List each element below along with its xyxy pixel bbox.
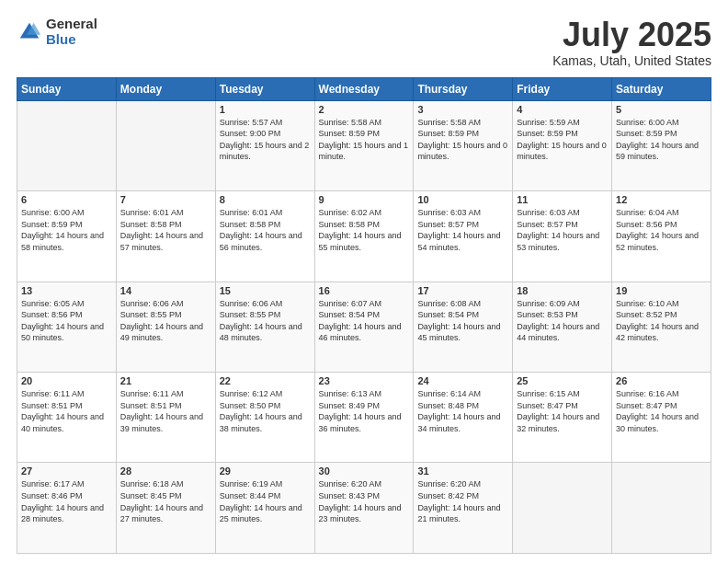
day-number: 15 [220, 285, 311, 296]
calendar-cell: 13Sunrise: 6:05 AM Sunset: 8:56 PM Dayli… [17, 282, 117, 372]
cell-content: Sunrise: 6:11 AM Sunset: 8:51 PM Dayligh… [21, 388, 112, 434]
day-header-tuesday: Tuesday [215, 77, 314, 100]
calendar-cell: 26Sunrise: 6:16 AM Sunset: 8:47 PM Dayli… [612, 373, 711, 463]
calendar-cell: 8Sunrise: 6:01 AM Sunset: 8:58 PM Daylig… [215, 191, 314, 282]
cell-content: Sunrise: 6:05 AM Sunset: 8:56 PM Dayligh… [21, 298, 112, 344]
cell-content: Sunrise: 6:02 AM Sunset: 8:58 PM Dayligh… [319, 207, 410, 253]
day-number: 14 [120, 285, 211, 296]
calendar-title: July 2025 [552, 17, 711, 53]
calendar-cell: 5Sunrise: 6:00 AM Sunset: 8:59 PM Daylig… [612, 100, 711, 190]
day-number: 9 [319, 194, 410, 205]
calendar-cell: 1Sunrise: 5:57 AM Sunset: 9:00 PM Daylig… [215, 100, 314, 190]
calendar-cell [612, 463, 711, 554]
day-number: 6 [21, 194, 112, 205]
cell-content: Sunrise: 6:11 AM Sunset: 8:51 PM Dayligh… [120, 388, 211, 434]
calendar-cell: 7Sunrise: 6:01 AM Sunset: 8:58 PM Daylig… [116, 191, 215, 282]
day-number: 27 [21, 465, 112, 477]
calendar-cell: 10Sunrise: 6:03 AM Sunset: 8:57 PM Dayli… [414, 191, 513, 282]
calendar-cell: 22Sunrise: 6:12 AM Sunset: 8:50 PM Dayli… [215, 373, 314, 463]
day-number: 8 [220, 194, 311, 205]
logo-text: General Blue [46, 17, 97, 47]
calendar-cell: 9Sunrise: 6:02 AM Sunset: 8:58 PM Daylig… [314, 191, 414, 282]
day-header-sunday: Sunday [17, 77, 117, 100]
logo: General Blue [17, 17, 97, 47]
day-number: 26 [616, 375, 707, 386]
cell-content: Sunrise: 6:09 AM Sunset: 8:53 PM Dayligh… [517, 298, 608, 344]
day-number: 2 [319, 104, 410, 115]
calendar-cell: 28Sunrise: 6:18 AM Sunset: 8:45 PM Dayli… [116, 463, 215, 554]
cell-content: Sunrise: 5:58 AM Sunset: 8:59 PM Dayligh… [319, 117, 410, 163]
header: General Blue July 2025 Kamas, Utah, Unit… [17, 17, 711, 68]
cell-content: Sunrise: 6:10 AM Sunset: 8:52 PM Dayligh… [616, 298, 707, 344]
day-number: 4 [517, 104, 608, 115]
cell-content: Sunrise: 6:06 AM Sunset: 8:55 PM Dayligh… [120, 298, 211, 344]
calendar-cell: 27Sunrise: 6:17 AM Sunset: 8:46 PM Dayli… [17, 463, 117, 554]
cell-content: Sunrise: 6:20 AM Sunset: 8:43 PM Dayligh… [319, 478, 410, 524]
cell-content: Sunrise: 6:01 AM Sunset: 8:58 PM Dayligh… [120, 207, 211, 253]
logo-general-text: General [46, 17, 97, 32]
day-number: 25 [517, 375, 608, 386]
day-number: 11 [517, 194, 608, 205]
day-number: 10 [417, 194, 508, 205]
cell-content: Sunrise: 6:03 AM Sunset: 8:57 PM Dayligh… [417, 207, 508, 253]
day-number: 3 [417, 104, 508, 115]
day-header-monday: Monday [116, 77, 215, 100]
day-number: 22 [220, 375, 311, 386]
calendar-cell: 30Sunrise: 6:20 AM Sunset: 8:43 PM Dayli… [314, 463, 414, 554]
calendar-cell: 29Sunrise: 6:19 AM Sunset: 8:44 PM Dayli… [215, 463, 314, 554]
day-number: 7 [120, 194, 211, 205]
day-number: 16 [319, 285, 410, 296]
day-number: 23 [319, 375, 410, 386]
day-number: 5 [616, 104, 707, 115]
calendar-week-4: 20Sunrise: 6:11 AM Sunset: 8:51 PM Dayli… [17, 373, 711, 463]
calendar-cell: 17Sunrise: 6:08 AM Sunset: 8:54 PM Dayli… [414, 282, 513, 372]
calendar-cell: 24Sunrise: 6:14 AM Sunset: 8:48 PM Dayli… [414, 373, 513, 463]
cell-content: Sunrise: 6:03 AM Sunset: 8:57 PM Dayligh… [517, 207, 608, 253]
day-number: 13 [21, 285, 112, 296]
calendar-cell: 15Sunrise: 6:06 AM Sunset: 8:55 PM Dayli… [215, 282, 314, 372]
calendar-header-row: SundayMondayTuesdayWednesdayThursdayFrid… [17, 77, 711, 100]
day-number: 1 [220, 104, 311, 115]
day-number: 20 [21, 375, 112, 386]
day-number: 12 [616, 194, 707, 205]
day-header-wednesday: Wednesday [314, 77, 414, 100]
calendar-cell: 16Sunrise: 6:07 AM Sunset: 8:54 PM Dayli… [314, 282, 414, 372]
cell-content: Sunrise: 6:13 AM Sunset: 8:49 PM Dayligh… [319, 388, 410, 434]
cell-content: Sunrise: 6:20 AM Sunset: 8:42 PM Dayligh… [417, 478, 508, 524]
cell-content: Sunrise: 6:18 AM Sunset: 8:45 PM Dayligh… [120, 478, 211, 524]
calendar-week-1: 1Sunrise: 5:57 AM Sunset: 9:00 PM Daylig… [17, 100, 711, 190]
calendar-cell [17, 100, 117, 190]
calendar-week-3: 13Sunrise: 6:05 AM Sunset: 8:56 PM Dayli… [17, 282, 711, 372]
calendar-cell: 3Sunrise: 5:58 AM Sunset: 8:59 PM Daylig… [414, 100, 513, 190]
logo-icon [17, 19, 42, 45]
day-header-friday: Friday [513, 77, 612, 100]
cell-content: Sunrise: 6:16 AM Sunset: 8:47 PM Dayligh… [616, 388, 707, 434]
calendar-cell: 2Sunrise: 5:58 AM Sunset: 8:59 PM Daylig… [314, 100, 414, 190]
day-number: 21 [120, 375, 211, 386]
title-block: July 2025 Kamas, Utah, United States [552, 17, 711, 68]
cell-content: Sunrise: 5:57 AM Sunset: 9:00 PM Dayligh… [220, 117, 311, 163]
calendar-location: Kamas, Utah, United States [552, 53, 711, 68]
calendar-cell: 14Sunrise: 6:06 AM Sunset: 8:55 PM Dayli… [116, 282, 215, 372]
cell-content: Sunrise: 5:58 AM Sunset: 8:59 PM Dayligh… [417, 117, 508, 163]
cell-content: Sunrise: 6:12 AM Sunset: 8:50 PM Dayligh… [220, 388, 311, 434]
cell-content: Sunrise: 5:59 AM Sunset: 8:59 PM Dayligh… [517, 117, 608, 163]
day-number: 29 [220, 465, 311, 477]
day-header-thursday: Thursday [414, 77, 513, 100]
logo-blue-text: Blue [46, 32, 97, 48]
calendar-cell [116, 100, 215, 190]
calendar-week-2: 6Sunrise: 6:00 AM Sunset: 8:59 PM Daylig… [17, 191, 711, 282]
calendar-cell: 19Sunrise: 6:10 AM Sunset: 8:52 PM Dayli… [612, 282, 711, 372]
calendar-cell: 20Sunrise: 6:11 AM Sunset: 8:51 PM Dayli… [17, 373, 117, 463]
cell-content: Sunrise: 6:00 AM Sunset: 8:59 PM Dayligh… [21, 207, 112, 253]
day-number: 17 [417, 285, 508, 296]
cell-content: Sunrise: 6:07 AM Sunset: 8:54 PM Dayligh… [319, 298, 410, 344]
calendar-cell: 11Sunrise: 6:03 AM Sunset: 8:57 PM Dayli… [513, 191, 612, 282]
calendar-cell: 12Sunrise: 6:04 AM Sunset: 8:56 PM Dayli… [612, 191, 711, 282]
calendar-table: SundayMondayTuesdayWednesdayThursdayFrid… [17, 77, 711, 554]
cell-content: Sunrise: 6:06 AM Sunset: 8:55 PM Dayligh… [220, 298, 311, 344]
day-header-saturday: Saturday [612, 77, 711, 100]
day-number: 31 [417, 465, 508, 477]
calendar-cell [513, 463, 612, 554]
cell-content: Sunrise: 6:00 AM Sunset: 8:59 PM Dayligh… [616, 117, 707, 163]
